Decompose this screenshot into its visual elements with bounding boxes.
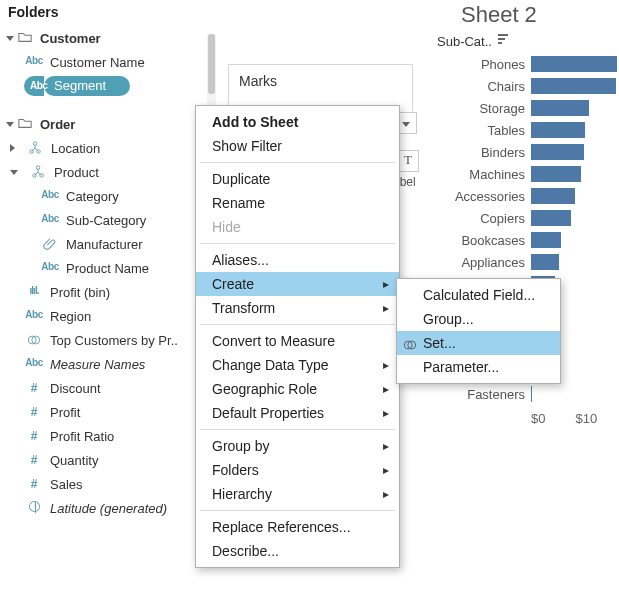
field-measure-names[interactable]: Abc Measure Names [0,352,209,376]
submenu-set-label: Set... [423,335,456,351]
menu-duplicate[interactable]: Duplicate [196,167,399,191]
bar-label: Copiers [437,211,531,226]
field-profit-ratio[interactable]: # Profit Ratio [0,424,209,448]
chevron-down-icon [402,122,410,127]
data-pane: Folders Customer Abc Customer Name Abc S… [0,0,210,597]
menu-hierarchy[interactable]: Hierarchy [196,482,399,506]
menu-separator [200,243,395,244]
bar-fill [531,100,589,116]
field-location[interactable]: Location [0,136,209,160]
submenu-parameter[interactable]: Parameter... [397,355,560,379]
menu-separator [200,429,395,430]
menu-group-by[interactable]: Group by [196,434,399,458]
field-label: Location [51,141,100,156]
abc-icon: Abc [24,76,44,96]
field-quantity[interactable]: # Quantity [0,448,209,472]
field-product-name[interactable]: Abc Product Name [0,256,209,280]
abc-icon: Abc [40,213,60,227]
menu-show-filter[interactable]: Show Filter [196,134,399,158]
bar-track [531,77,619,95]
menu-describe[interactable]: Describe... [196,539,399,563]
scrollbar-thumb[interactable] [208,34,215,94]
folder-icon [18,116,32,133]
bar-row[interactable]: Machines [437,163,619,185]
bar-row[interactable]: Chairs [437,75,619,97]
menu-rename[interactable]: Rename [196,191,399,215]
sort-icon[interactable] [498,34,512,49]
folder-customer[interactable]: Customer [0,26,209,50]
submenu-calculated-field[interactable]: Calculated Field... [397,283,560,307]
field-label: Top Customers by Pr.. [50,333,178,348]
field-label: Profit Ratio [50,429,114,444]
field-category[interactable]: Abc Category [0,184,209,208]
bar-fill [531,166,581,182]
marks-label-icon-button[interactable]: T [397,150,419,172]
bar-track [531,187,619,205]
bar-track [531,231,619,249]
field-region[interactable]: Abc Region [0,304,209,328]
field-sales[interactable]: # Sales [0,472,209,496]
bar-row[interactable]: Binders [437,141,619,163]
abc-icon: Abc [24,357,44,371]
bar-track [531,121,619,139]
subcat-header-label: Sub-Cat.. [437,34,492,49]
field-label: Measure Names [50,357,145,372]
field-customer-name[interactable]: Abc Customer Name [0,50,209,74]
field-label: Sales [50,477,83,492]
bar-row[interactable]: Tables [437,119,619,141]
menu-add-to-sheet[interactable]: Add to Sheet [196,110,399,134]
menu-aliases[interactable]: Aliases... [196,248,399,272]
submenu-group[interactable]: Group... [397,307,560,331]
field-latitude-generated[interactable]: Latitude (generated) [0,496,209,520]
field-product[interactable]: Product [0,160,209,184]
number-icon: # [24,429,44,443]
bar-fill [531,56,617,72]
field-pill-selected: Segment [44,76,130,96]
bar-fill [531,254,559,270]
menu-convert-to-measure[interactable]: Convert to Measure [196,329,399,353]
menu-separator [200,510,395,511]
subcat-header[interactable]: Sub-Cat.. [437,28,619,53]
field-label: Category [66,189,119,204]
bar-row[interactable]: Storage [437,97,619,119]
globe-icon [24,501,44,515]
bar-row[interactable]: Appliances [437,251,619,273]
field-sub-category[interactable]: Abc Sub-Category [0,208,209,232]
bar-label: Accessories [437,189,531,204]
field-label: Product Name [66,261,149,276]
number-icon: # [24,477,44,491]
svg-rect-11 [498,38,505,40]
menu-create[interactable]: Create [196,272,399,296]
menu-default-properties[interactable]: Default Properties [196,401,399,425]
field-profit-bin[interactable]: ılıl. Profit (bin) [0,280,209,304]
menu-geographic-role[interactable]: Geographic Role [196,377,399,401]
menu-folders[interactable]: Folders [196,458,399,482]
axis-tick: $0 [531,411,545,426]
bar-label: Fasteners [437,387,531,402]
field-label: Discount [50,381,101,396]
bar-row[interactable]: Accessories [437,185,619,207]
field-label: Customer Name [50,55,145,70]
menu-replace-references[interactable]: Replace References... [196,515,399,539]
submenu-set[interactable]: Set... [397,331,560,355]
folder-order[interactable]: Order [0,112,209,136]
field-profit[interactable]: # Profit [0,400,209,424]
bar-row[interactable]: Bookcases [437,229,619,251]
bar-row[interactable]: Fasteners [437,383,619,405]
bar-fill [531,232,561,248]
svg-point-3 [36,166,40,170]
field-discount[interactable]: # Discount [0,376,209,400]
field-manufacturer[interactable]: Manufacturer [0,232,209,256]
field-top-customers-set[interactable]: Top Customers by Pr.. [0,328,209,352]
paperclip-icon [40,237,60,251]
bar-fill [531,78,616,94]
bar-row[interactable]: Phones [437,53,619,75]
bar-row[interactable]: Copiers [437,207,619,229]
field-segment[interactable]: Abc Segment [0,74,209,98]
svg-rect-10 [498,34,508,36]
folders-heading: Folders [0,0,209,26]
menu-transform[interactable]: Transform [196,296,399,320]
bar-track [531,165,619,183]
menu-change-data-type[interactable]: Change Data Type [196,353,399,377]
number-icon: # [24,381,44,395]
